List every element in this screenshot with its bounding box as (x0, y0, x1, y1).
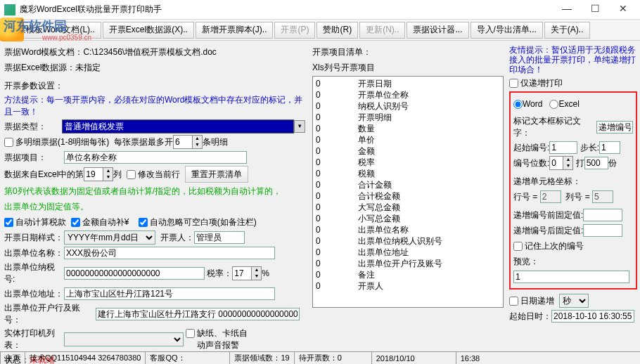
preview-input[interactable] (513, 271, 629, 283)
start-label: 起始编号: (513, 142, 549, 154)
addr-input[interactable] (64, 287, 275, 300)
reset-list-button[interactable]: 重置开票清单 (185, 166, 248, 183)
date-unit-select[interactable]: 秒 (559, 294, 589, 308)
bank-input[interactable] (96, 308, 300, 320)
suffix-input[interactable] (583, 224, 622, 237)
incr-panel: Word Excel 标记文本框标记文字： 起始编号: 步长: 编号位数: ▲▼… (509, 91, 637, 290)
list-item[interactable]: 0开票明细 (316, 112, 500, 123)
type-value: 普通增值税发票 (65, 121, 124, 133)
print-label: 打 (576, 157, 584, 169)
tb-new-script[interactable]: 新增开票脚本(J).. (196, 22, 274, 39)
type-combo-arrow[interactable]: ▼ (294, 120, 305, 133)
mid-list[interactable]: 0开票日期0开票单位全称0纳税人识别号0开票明细0数量0单价0金额0税率0税额0… (312, 76, 504, 308)
print-suffix: 份 (608, 157, 617, 169)
auto-skip-checkbox[interactable] (139, 218, 148, 227)
sb-techqq: 技术QQ115104944 3264780380 (25, 352, 145, 364)
tb-import-export[interactable]: 导入/导出清单... (471, 22, 543, 39)
multi-detail-label: 多明细票据(1-8明细每张) (15, 136, 109, 148)
taxid-input[interactable] (64, 267, 205, 280)
list-item[interactable]: 0开票日期 (316, 78, 500, 89)
tb-invoice[interactable]: 开票(P) (274, 22, 315, 39)
rate-spin[interactable]: ▲▼ (232, 266, 262, 280)
tb-excel-source[interactable]: 开票Excel数据源(X).. (103, 22, 194, 39)
rate-input[interactable] (233, 267, 251, 280)
list-item[interactable]: 0税率 (316, 157, 500, 168)
list-item[interactable]: 0出票单位纳税人识别号 (316, 235, 500, 247)
list-item[interactable]: 0单价 (316, 134, 500, 145)
company-input[interactable] (64, 247, 275, 259)
tb-about[interactable]: 关于(A).. (544, 22, 590, 39)
auto-yen-checkbox[interactable] (71, 218, 80, 227)
type-combo[interactable]: 普通增值税发票 (62, 119, 294, 134)
multi-detail-checkbox[interactable] (4, 138, 13, 147)
list-item[interactable]: 0小写总金额 (316, 213, 500, 224)
step-input[interactable] (599, 141, 620, 154)
bank-label: 出票单位开户行及账号： (4, 302, 96, 326)
startdate-input[interactable] (551, 310, 634, 323)
radio-word[interactable] (513, 100, 523, 109)
window-title: 魔彩WordExcel联动批量开票打印助手 (20, 4, 553, 15)
printer-select[interactable] (64, 332, 184, 346)
list-item[interactable]: 0出票单位开户行及账号 (316, 258, 500, 269)
app-icon (4, 4, 15, 15)
startdate-label: 起始日时： (509, 311, 551, 323)
list-item[interactable]: 0金额 (316, 145, 500, 157)
date-incr-checkbox[interactable] (509, 297, 518, 306)
auto-tax-checkbox[interactable] (4, 218, 13, 227)
excel-path-value: 未指定 (75, 62, 101, 74)
digits-input[interactable] (550, 157, 563, 169)
tb-donate[interactable]: 赞助(R) (316, 22, 358, 39)
opener-input[interactable] (194, 231, 245, 244)
list-item[interactable]: 0出票单位名称 (316, 224, 500, 235)
note-line1: 第0列代表该数据为固定值或者自动计算/指定的，比如税额为自动计算的， (4, 186, 281, 197)
minimize-button[interactable]: — (553, 1, 581, 19)
mark-input[interactable] (596, 121, 633, 134)
remember-checkbox[interactable] (513, 242, 523, 251)
sb-time: 16:38 (456, 352, 640, 364)
maximize-button[interactable]: ☐ (581, 1, 609, 19)
modify-current-label: 修改当前行 (138, 169, 180, 181)
excel-col-spin[interactable]: ▲▼ (84, 167, 113, 181)
date-incr-label: 日期递增 (520, 295, 554, 307)
item-input[interactable] (64, 151, 247, 164)
sb-fieldcount: 票据领域数：19 (229, 352, 293, 364)
only-incr-checkbox[interactable] (509, 79, 518, 88)
type-label: 票据类型： (4, 121, 62, 133)
paper-alarm-checkbox[interactable] (186, 329, 195, 338)
mid-col2: 开票项目 (341, 62, 375, 74)
dateformat-label: 开票日期样式： (4, 232, 64, 244)
list-item[interactable]: 0数量 (316, 123, 500, 134)
digits-spin[interactable]: ▲▼ (549, 156, 573, 170)
step-label: 步长: (580, 142, 599, 154)
col-label: 列号 = (565, 191, 589, 203)
prefix-input[interactable] (583, 209, 622, 221)
col-input (592, 190, 613, 203)
tb-designer[interactable]: 票据设计器... (407, 22, 468, 39)
tb-update[interactable]: 更新(N).. (359, 22, 405, 39)
modify-current-checkbox[interactable] (127, 170, 136, 179)
sb-home[interactable]: 主页 (0, 352, 25, 364)
list-item[interactable]: 0税额 (316, 168, 500, 179)
start-input[interactable] (549, 141, 577, 154)
params-title: 开票参数设置： (4, 80, 63, 92)
list-item[interactable]: 0开票人 (316, 280, 500, 292)
list-item[interactable]: 0大写总金额 (316, 202, 500, 213)
list-item[interactable]: 0纳税人识别号 (316, 100, 500, 112)
print-copies-input[interactable] (584, 157, 608, 169)
paper-alarm-l1: 缺纸、卡纸自 (197, 328, 248, 338)
auto-yen-label: 金额自动补¥ (82, 216, 129, 228)
suffix-label: 递增编号后固定值: (513, 225, 583, 237)
max-per-input[interactable] (174, 136, 192, 148)
list-item[interactable]: 0备注 (316, 269, 500, 280)
list-item[interactable]: 0合计税金额 (316, 190, 500, 202)
max-per-spin[interactable]: ▲▼ (173, 135, 203, 149)
dateformat-select[interactable]: YYYY年mm月dd日 (64, 230, 155, 245)
excel-col-input[interactable] (84, 168, 103, 181)
list-item[interactable]: 0合计金额 (316, 179, 500, 190)
list-item[interactable]: 0开票单位全称 (316, 89, 500, 100)
company-label: 出票单位名称： (4, 247, 64, 259)
close-button[interactable]: ✕ (609, 1, 637, 19)
list-item[interactable]: 0出票单位地址 (316, 247, 500, 258)
watermark-icon (0, 18, 24, 41)
radio-excel[interactable] (549, 100, 558, 109)
